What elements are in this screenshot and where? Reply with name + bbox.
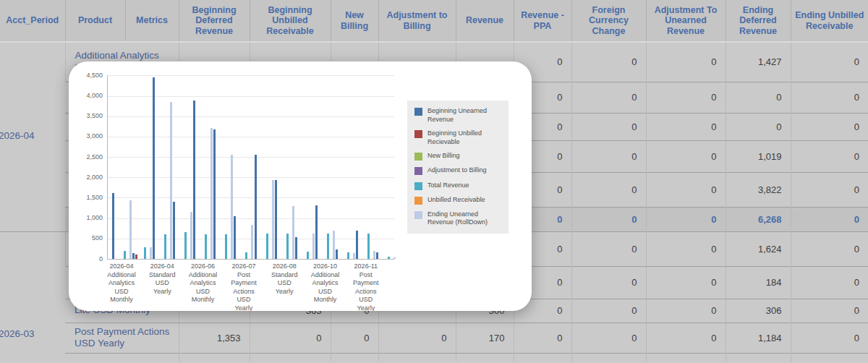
chart-bar [132, 253, 135, 259]
value-cell-adj_bill [378, 353, 456, 362]
chart-bar [292, 206, 294, 259]
value-cell-adj_unearned: 0 [646, 82, 726, 113]
legend-swatch [414, 108, 422, 116]
value-cell-end_unb: 0 [791, 82, 868, 113]
chart-bar [150, 247, 152, 259]
legend-swatch [414, 153, 422, 161]
chart-bar [112, 193, 114, 259]
value-cell-end_def: 306 [726, 299, 791, 323]
x-axis-category-label: 2026-04StandardUSDYearly [141, 262, 183, 296]
chart-bar [234, 216, 236, 259]
acct-period-label: 2026-03 [0, 328, 64, 339]
value-cell-adj_unearned: 0 [646, 323, 726, 353]
value-cell-adj_unearned: 0 [646, 172, 726, 207]
chart-bar [124, 251, 126, 259]
value-cell-adj_unearned: 0 [646, 113, 726, 140]
chart-bar [393, 257, 396, 259]
column-header-12[interactable]: Ending Unbilled Receivable [791, 0, 868, 42]
chart-bar [353, 253, 355, 260]
chart-bar [164, 234, 166, 259]
value-cell-revenue: 170 [456, 323, 514, 353]
report-page: Acct_PeriodProductMetricsBeginning Defer… [0, 0, 868, 363]
chart-bar [307, 252, 309, 259]
column-header-5[interactable]: New Billing [331, 0, 378, 42]
acct-period-cell: 2026-04 [0, 42, 65, 231]
chart-bar [251, 225, 253, 259]
legend-swatch [414, 211, 422, 219]
value-cell-ppa: 0 [514, 323, 571, 353]
value-cell-end_def: 1,019 [726, 140, 791, 172]
x-axis-category-label: 2026-06AdditionalAnalyticsUSDMonthly [182, 262, 224, 304]
chart-bar [327, 234, 329, 259]
chart-gridline [107, 137, 394, 137]
acct-period-label: 2026-04 [0, 130, 64, 141]
chart-bar [367, 234, 370, 260]
chart-gridline [107, 218, 394, 219]
chart-gridline [107, 197, 394, 198]
y-axis-tick-label: 2,000 [72, 174, 103, 181]
value-cell-end_unb: 0 [791, 172, 868, 207]
column-header-3[interactable]: Beginning Deferred Revenue [179, 0, 250, 42]
value-cell-adj_unearned: 0 [646, 266, 726, 299]
value-cell-end_unb: 0 [791, 231, 868, 266]
column-header-11[interactable]: Ending Deferred Revenue [726, 0, 791, 42]
chart-bar [193, 101, 195, 259]
value-cell-adj_unearned: 0 [646, 231, 726, 266]
chart-bar [336, 249, 338, 259]
legend-item: Beginning Unearned Revenue [414, 107, 501, 124]
chart-gridline [107, 116, 394, 117]
y-axis-tick-label: 3,500 [72, 112, 103, 119]
value-cell-fcc: 0 [571, 323, 646, 353]
column-header-7[interactable]: Revenue [456, 0, 514, 42]
value-cell-fcc: 0 [571, 299, 646, 323]
value-cell-beg_unb [250, 353, 331, 362]
column-header-9[interactable]: Foreign Currency Change [571, 0, 646, 42]
column-header-8[interactable]: Revenue - PPA [514, 0, 571, 42]
value-cell-adj_unearned: 0 [646, 42, 726, 82]
chart-bar [153, 77, 155, 259]
value-cell-end_unb: 0 [791, 323, 868, 353]
legend-item: New Billing [414, 152, 501, 161]
grid-header: Acct_PeriodProductMetricsBeginning Defer… [0, 0, 868, 42]
value-cell-end_def: 6,268 [726, 207, 791, 231]
y-axis-tick-label: 0 [72, 255, 103, 262]
value-cell-fcc: 0 [571, 172, 646, 207]
value-cell-new_bill [331, 353, 378, 362]
value-cell-end_def: 1,427 [726, 42, 791, 82]
chart-bar [184, 232, 187, 259]
column-header-10[interactable]: Adjustment To Unearned Revenue [646, 0, 726, 42]
value-cell-fcc: 0 [571, 231, 646, 266]
value-cell-beg_def [179, 353, 250, 362]
value-cell-fcc: 0 [571, 82, 646, 113]
value-cell-adj_unearned: 0 [646, 207, 726, 231]
y-axis-line [107, 75, 108, 259]
chart-bar [231, 155, 233, 259]
value-cell-end_unb: 0 [791, 266, 868, 299]
column-header-6[interactable]: Adjustment to Billing [378, 0, 456, 42]
table-row [0, 353, 868, 362]
chart-bar [170, 102, 172, 259]
legend-label: Total Revenue [427, 182, 469, 190]
column-header-4[interactable]: Beginning Unbilled Receivable [250, 0, 331, 42]
column-header-2[interactable]: Metrics [125, 0, 179, 42]
value-cell-ppa [514, 353, 571, 362]
x-axis-category-label: 2026-04AdditionalAnalyticsUSDMonthly [101, 262, 142, 304]
value-cell-fcc: 0 [571, 140, 646, 172]
value-cell-adj_unearned: 0 [646, 299, 726, 323]
chart-bar [373, 251, 375, 259]
chart-bar [333, 231, 335, 259]
legend-label: Adjustment to Billing [427, 166, 487, 175]
chart-bar [347, 252, 349, 259]
value-cell-end_unb [791, 353, 868, 362]
product-cell: Post Payment Actions USD Yearly [65, 323, 179, 353]
legend-label: New Billing [427, 152, 460, 161]
chart-bar [272, 180, 274, 259]
value-cell-end_unb: 0 [791, 207, 868, 231]
chart-bar [376, 252, 378, 259]
legend-swatch [414, 197, 422, 205]
y-axis-tick-label: 4,000 [72, 92, 103, 99]
value-cell-beg_unb: 0 [250, 323, 331, 353]
column-header-1[interactable]: Product [65, 0, 125, 42]
column-header-0[interactable]: Acct_Period [0, 0, 65, 42]
legend-swatch [414, 167, 422, 175]
